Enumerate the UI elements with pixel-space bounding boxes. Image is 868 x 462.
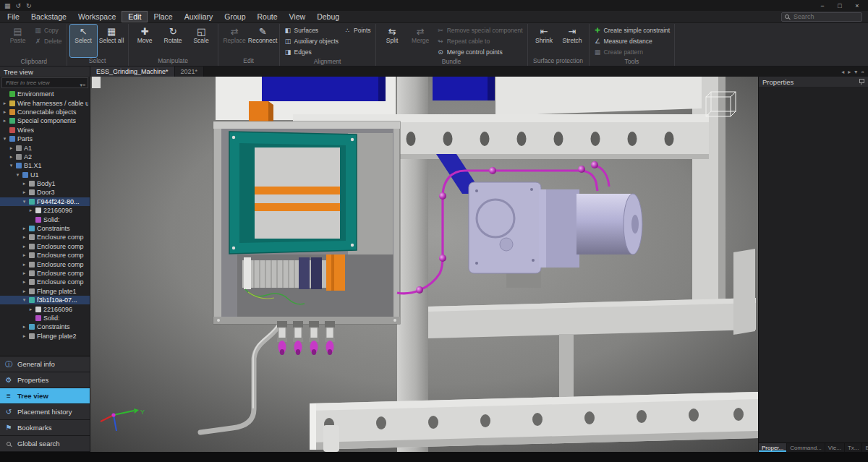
menu-item-workspace[interactable]: Workspace — [72, 11, 122, 22]
repeat-cable-to-button[interactable]: ↬Repeat cable to — [435, 35, 524, 46]
merge-control-points-button[interactable]: ⊙Merge control points — [435, 46, 524, 57]
tree-item-door3[interactable]: ▸Door3 — [0, 188, 90, 197]
edges-button[interactable]: ◨Edges — [283, 46, 340, 57]
expand-icon[interactable]: ▸ — [9, 154, 14, 160]
menu-item-backstage[interactable]: Backstage — [25, 11, 72, 22]
tree-item-environment[interactable]: Environment — [0, 90, 90, 98]
tab-scroll-right-icon[interactable]: ▸ — [848, 69, 851, 75]
tree-filter-input[interactable] — [4, 79, 77, 87]
pin-icon[interactable] — [859, 79, 864, 85]
right-tab-tx[interactable]: Tx... — [845, 443, 863, 452]
tree-item-solid[interactable]: Solid: — [0, 314, 90, 322]
menu-item-debug[interactable]: Debug — [311, 11, 345, 22]
expand-icon[interactable]: ▸ — [28, 208, 33, 213]
menu-item-file[interactable]: File — [1, 11, 25, 22]
menu-item-group[interactable]: Group — [218, 11, 251, 22]
measure-distance-button[interactable]: ∠Measure distance — [592, 35, 672, 46]
collapse-icon[interactable]: ▾ — [2, 136, 7, 142]
enclosure-model[interactable] — [213, 121, 400, 324]
right-tab-proper[interactable]: Proper... — [759, 443, 787, 452]
copy-button[interactable]: ▥Copy — [33, 25, 64, 35]
auxiliary-objects-button[interactable]: ◫Auxiliary objects — [283, 35, 340, 46]
tree-item-enclosure-comp[interactable]: ▸Enclosure comp — [0, 242, 90, 251]
tree-item-f944f242-80[interactable]: ▾F944f242-80... — [0, 197, 90, 206]
tree-item-enclosure-comp[interactable]: ▸Enclosure comp — [0, 260, 90, 268]
expand-icon[interactable]: ▸ — [2, 118, 7, 124]
move-button[interactable]: ✚Move — [132, 25, 158, 57]
collapse-icon[interactable]: ▾ — [9, 163, 14, 168]
tree-item-connectable-objects[interactable]: ▸Connectable objects — [0, 108, 90, 116]
right-tab-eplan-te[interactable]: EPLAN te... — [862, 443, 868, 452]
tree-item-special-components[interactable]: ▸Special components — [0, 116, 90, 125]
panel-button-placement-history[interactable]: ↺Placement history — [0, 404, 90, 420]
create-pattern-button[interactable]: ▦Create pattern — [592, 46, 672, 57]
search-input[interactable] — [792, 12, 859, 21]
properties-panel-header[interactable]: Properties — [759, 77, 868, 87]
points-button[interactable]: ∴Points — [342, 25, 373, 35]
tree-item-22166096[interactable]: ▸22166096 — [0, 206, 90, 215]
tree-item-flange-plate2[interactable]: ▸Flange plate2 — [0, 332, 90, 341]
tree-item-enclosure-comp[interactable]: ▸Enclosure comp — [0, 269, 90, 278]
create-simple-constraint-button[interactable]: ✚Create simple constraint — [592, 25, 672, 35]
paste-button[interactable]: ▤Paste — [4, 25, 31, 58]
scene-canvas[interactable]: Y — [90, 77, 758, 452]
expand-icon[interactable]: ▸ — [22, 244, 27, 249]
search-box[interactable] — [781, 12, 862, 22]
panel-button-general-info[interactable]: ⓘGeneral info — [0, 356, 90, 372]
rotate-button[interactable]: ↻Rotate — [160, 25, 187, 57]
scale-button[interactable]: ◱Scale — [188, 25, 215, 57]
document-tab-2021[interactable]: 2021* — [175, 67, 205, 77]
expand-icon[interactable]: ▸ — [9, 145, 14, 151]
tree-item-flange-plate1[interactable]: ▸Flange plate1 — [0, 287, 90, 296]
tree-item-constraints[interactable]: ▸Constraints — [0, 224, 90, 233]
expand-icon[interactable]: ▸ — [22, 181, 27, 187]
panel-button-properties[interactable]: ⚙Properties — [0, 372, 90, 388]
expand-icon[interactable]: ▸ — [22, 189, 27, 195]
expand-icon[interactable]: ▸ — [28, 307, 33, 312]
panel-button-tree-view[interactable]: ≡Tree view — [0, 388, 90, 404]
tree-item-a1[interactable]: ▸A1 — [0, 143, 90, 152]
right-tab-vie[interactable]: Vie... — [825, 443, 845, 452]
expand-icon[interactable]: ▸ — [22, 226, 27, 231]
shrink-button[interactable]: ⇤Shrink — [531, 25, 558, 57]
tree-item-enclosure-comp[interactable]: ▸Enclosure comp — [0, 251, 90, 260]
expand-icon[interactable]: ▸ — [2, 100, 7, 106]
select-button[interactable]: ↖Select — [70, 25, 97, 57]
document-tab-ess-grinding-machine[interactable]: ESS_Grinding_Machine* — [90, 67, 175, 77]
orange-bracket[interactable] — [249, 101, 273, 124]
tab-close-icon[interactable]: × — [861, 69, 864, 75]
menu-item-route[interactable]: Route — [252, 11, 284, 22]
undo-icon[interactable]: ↺ — [16, 2, 22, 9]
redo-icon[interactable]: ↻ — [26, 2, 32, 9]
collapse-icon[interactable]: ▾ — [22, 199, 27, 205]
tree-item-b1-x1[interactable]: ▾B1.X1 — [0, 161, 90, 170]
minimize-button[interactable]: − — [814, 1, 830, 10]
menu-item-edit[interactable]: Edit — [122, 11, 148, 22]
replace-button[interactable]: ⇄Replace — [221, 25, 248, 57]
split-button[interactable]: ⇆Split — [379, 25, 406, 58]
expand-icon[interactable]: ▸ — [22, 324, 27, 330]
tree-item-enclosure-comp[interactable]: ▸Enclosure comp — [0, 278, 90, 286]
tree-item-parts[interactable]: ▾Parts — [0, 134, 90, 143]
tree-item-constraints[interactable]: ▸Constraints — [0, 322, 90, 331]
tab-more-icon[interactable]: ▾ — [854, 69, 857, 75]
expand-icon[interactable]: ▸ — [22, 333, 27, 339]
tree-item-a2[interactable]: ▸A2 — [0, 153, 90, 161]
views-icon[interactable]: ≡ — [82, 82, 85, 87]
menu-item-auxiliary[interactable]: Auxiliary — [179, 11, 219, 22]
app-icon[interactable]: ▦ — [4, 2, 11, 9]
stretch-button[interactable]: ⇥Stretch — [559, 25, 586, 57]
panel-button-bookmarks[interactable]: ⚑Bookmarks — [0, 420, 90, 436]
delete-button[interactable]: ✗Delete — [33, 35, 64, 46]
close-button[interactable]: × — [849, 1, 865, 10]
panel-button-global-search[interactable]: Global search — [0, 436, 90, 452]
tree-item-solid[interactable]: Solid: — [0, 215, 90, 223]
expand-icon[interactable]: ▸ — [22, 288, 27, 294]
collapse-icon[interactable]: ▾ — [22, 297, 27, 303]
maximize-button[interactable]: □ — [832, 1, 848, 10]
expand-icon[interactable]: ▸ — [2, 109, 7, 115]
surfaces-button[interactable]: ◧Surfaces — [283, 25, 340, 35]
merge-button[interactable]: ⇄Merge — [407, 25, 434, 58]
tree-item-wires[interactable]: Wires — [0, 126, 90, 134]
viewport-3d[interactable]: Y — [90, 77, 758, 452]
